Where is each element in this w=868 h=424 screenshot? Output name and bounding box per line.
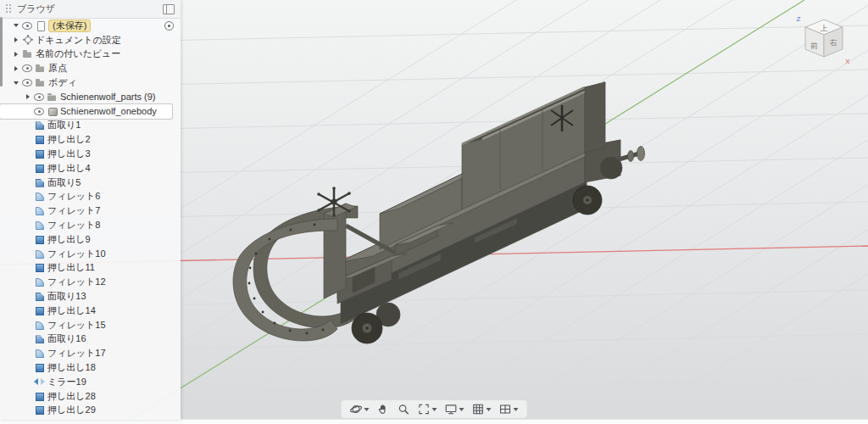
tree-row[interactable]: フィレット12 xyxy=(0,275,181,289)
tree-row[interactable]: 面取り1 xyxy=(0,119,181,133)
item-label: 押し出し14 xyxy=(47,304,96,317)
disclosure-arrow[interactable] xyxy=(24,133,31,147)
tree-row[interactable]: ボディ xyxy=(0,75,181,90)
tree-row[interactable]: Schienenwolf_parts (9) xyxy=(0,90,181,104)
disclosure-arrow[interactable] xyxy=(24,119,31,132)
viewports-button[interactable] xyxy=(499,403,519,416)
tree-row[interactable]: 押し出し28 xyxy=(0,389,181,404)
viewcube-label-right: 右 xyxy=(829,38,837,47)
visibility-eye-icon[interactable] xyxy=(22,64,32,72)
tree-row[interactable]: 押し出し29 xyxy=(0,404,181,418)
extrude-icon xyxy=(34,163,45,174)
disclosure-arrow[interactable] xyxy=(24,318,31,332)
fit-button[interactable] xyxy=(418,403,437,416)
disclosure-arrow[interactable] xyxy=(12,19,19,32)
tree-row[interactable]: 面取り13 xyxy=(0,289,181,304)
disclosure-arrow[interactable] xyxy=(24,161,31,175)
pan-button[interactable] xyxy=(377,403,390,416)
disclosure-arrow[interactable] xyxy=(24,347,31,360)
disclosure-arrow[interactable] xyxy=(24,332,31,346)
tree-row[interactable]: 押し出し4 xyxy=(0,161,181,176)
tree-row[interactable]: 押し出し3 xyxy=(0,147,181,161)
grid-snaps-button[interactable] xyxy=(472,403,492,416)
tree-row[interactable]: 押し出し2 xyxy=(0,132,181,147)
item-label: 押し出し2 xyxy=(47,133,91,146)
disclosure-arrow[interactable] xyxy=(12,62,19,75)
browser-scrollbar[interactable] xyxy=(0,17,3,86)
chamfer-icon xyxy=(34,120,45,131)
tree-row[interactable]: フィレット15 xyxy=(0,318,181,332)
panel-menu-icon[interactable] xyxy=(163,4,175,14)
visibility-eye-icon[interactable] xyxy=(22,22,32,30)
disclosure-arrow[interactable] xyxy=(24,389,31,403)
dropdown-caret xyxy=(432,408,437,411)
disclosure-arrow[interactable] xyxy=(24,361,31,375)
disclosure-arrow[interactable] xyxy=(12,47,19,61)
fillet-icon xyxy=(34,191,45,202)
tree-row[interactable]: 押し出し11 xyxy=(0,261,181,276)
tree-row[interactable]: (未保存) xyxy=(0,19,181,33)
dropdown-caret xyxy=(487,408,492,411)
disclosure-arrow[interactable] xyxy=(24,148,31,161)
item-label: 押し出し11 xyxy=(47,261,95,274)
folder-icon xyxy=(35,63,46,74)
disclosure-arrow[interactable] xyxy=(24,276,31,289)
item-label: 押し出し29 xyxy=(47,404,96,416)
display-settings-icon xyxy=(445,403,458,416)
disclosure-arrow[interactable] xyxy=(24,261,31,275)
chamfer-icon xyxy=(34,177,45,188)
viewcube[interactable]: 上 前 右 Z X xyxy=(792,7,856,71)
visibility-eye-icon[interactable] xyxy=(34,108,44,115)
tree-row[interactable]: Schienenwolf_onebody xyxy=(0,104,172,119)
tree-row[interactable]: ミラー19 xyxy=(0,375,181,389)
fusion-app: 上 前 右 Z X xyxy=(0,0,868,424)
chamfer-icon xyxy=(34,333,45,344)
display-settings-button[interactable] xyxy=(445,403,465,416)
disclosure-arrow[interactable] xyxy=(24,90,31,103)
disclosure-arrow[interactable] xyxy=(24,104,31,118)
document-icon xyxy=(35,20,46,31)
orbit-button[interactable] xyxy=(350,403,370,416)
drag-grip-icon[interactable] xyxy=(6,4,12,14)
tree-row[interactable]: 面取り16 xyxy=(0,332,181,347)
tree-row[interactable]: 押し出し18 xyxy=(0,360,181,375)
disclosure-arrow[interactable] xyxy=(24,290,31,304)
tree-row[interactable]: フィレット17 xyxy=(0,346,181,360)
cad-model[interactable] xyxy=(233,82,645,343)
disclosure-arrow[interactable] xyxy=(24,190,31,204)
item-label: 面取り13 xyxy=(47,290,86,303)
dropdown-caret xyxy=(514,408,519,411)
disclosure-arrow[interactable] xyxy=(24,247,31,260)
extrude-icon xyxy=(34,404,45,416)
disclosure-arrow[interactable] xyxy=(24,219,31,232)
item-label: ミラー19 xyxy=(47,376,86,388)
tree-row[interactable]: ドキュメントの設定 xyxy=(0,33,181,47)
grid-snaps-icon xyxy=(472,403,485,416)
tree-row[interactable]: 原点 xyxy=(0,61,181,75)
disclosure-arrow[interactable] xyxy=(24,304,31,317)
disclosure-arrow[interactable] xyxy=(12,33,19,47)
disclosure-arrow[interactable] xyxy=(24,232,31,246)
tree-row[interactable]: 名前の付いたビュー xyxy=(0,47,181,62)
tree-row[interactable]: フィレット6 xyxy=(0,190,181,204)
disclosure-arrow[interactable] xyxy=(24,204,31,218)
tree-row[interactable]: フィレット8 xyxy=(0,218,181,232)
visibility-eye-icon[interactable] xyxy=(22,79,32,86)
zoom-button[interactable] xyxy=(398,403,410,416)
tree-row[interactable]: 面取り5 xyxy=(0,176,181,190)
tree-row[interactable]: 押し出し9 xyxy=(0,232,181,247)
disclosure-arrow[interactable] xyxy=(24,375,31,388)
disclosure-arrow[interactable] xyxy=(12,76,19,90)
tree-row[interactable]: 押し出し14 xyxy=(0,304,181,318)
tree-row[interactable]: フィレット7 xyxy=(0,204,181,218)
item-label: 名前の付いたビュー xyxy=(36,47,120,60)
visibility-eye-icon[interactable] xyxy=(34,93,44,101)
disclosure-arrow[interactable] xyxy=(24,404,31,417)
activate-radio[interactable] xyxy=(164,21,174,31)
browser-tree: (未保存) ドキュメントの設定 名前の付いたビュー 原点 ボディ Schiene… xyxy=(0,19,181,417)
extrude-icon xyxy=(34,148,45,159)
extrude-icon xyxy=(34,305,45,316)
dropdown-caret xyxy=(364,408,370,411)
disclosure-arrow[interactable] xyxy=(24,176,31,189)
tree-row[interactable]: フィレット10 xyxy=(0,247,181,261)
